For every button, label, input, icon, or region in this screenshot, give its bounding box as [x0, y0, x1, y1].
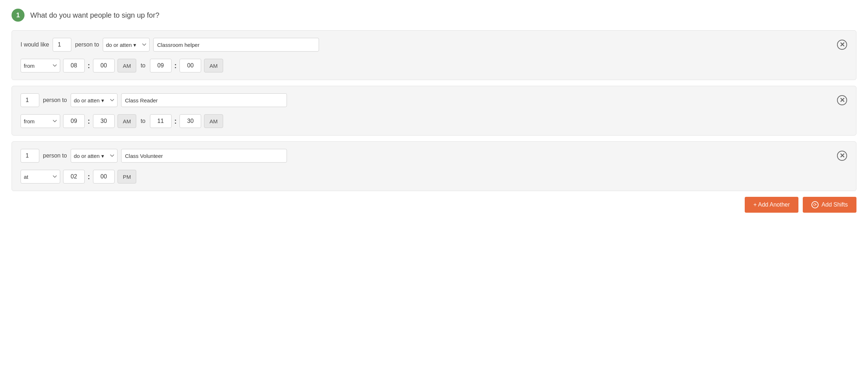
- card-1-from-min[interactable]: [93, 59, 115, 72]
- card-2-from-ampm[interactable]: AM: [118, 114, 137, 128]
- card-1-person-to: person to: [75, 41, 99, 48]
- card-1-top-row: I would like person to do or atten ▾ do …: [21, 38, 847, 52]
- card-2-count[interactable]: [21, 93, 39, 107]
- card-3-from-ampm[interactable]: PM: [118, 170, 137, 183]
- card-3-inner: person to do or atten ▾ do attend bring: [21, 149, 833, 163]
- card-2-top-row: person to do or atten ▾ do attend bring …: [21, 93, 847, 107]
- card-1-colon-1: :: [88, 62, 90, 70]
- card-2-from-hour[interactable]: [63, 114, 85, 128]
- card-1-action-select[interactable]: do or atten ▾ do attend bring: [103, 38, 150, 52]
- card-3-remove-button[interactable]: ✕: [837, 150, 847, 161]
- card-1-to-label: to: [141, 62, 145, 69]
- shifts-icon: ⟳: [811, 201, 819, 208]
- card-1-time-row: from at anytime : AM to : AM: [21, 59, 847, 72]
- card-1-remove-button[interactable]: ✕: [837, 39, 847, 50]
- card-3-action-select[interactable]: do or atten ▾ do attend bring: [71, 149, 118, 163]
- card-1-to-min[interactable]: [180, 59, 201, 72]
- footer-actions: + Add Another ⟳ Add Shifts: [12, 197, 856, 213]
- card-1-name-input[interactable]: [153, 38, 319, 52]
- card-3-from-hour[interactable]: [63, 170, 85, 183]
- card-2-to-hour[interactable]: [150, 114, 172, 128]
- page-header: 1 What do you want people to sign up for…: [12, 9, 856, 22]
- card-2-remove-icon: ✕: [837, 95, 847, 105]
- add-shifts-label: Add Shifts: [821, 202, 848, 208]
- card-2-inner: person to do or atten ▾ do attend bring: [21, 93, 833, 107]
- card-1-prefix: I would like: [21, 41, 49, 48]
- card-2-to-ampm[interactable]: AM: [204, 114, 223, 128]
- step-number: 1: [16, 12, 20, 19]
- card-2-to-label: to: [141, 118, 145, 124]
- signup-card-1: I would like person to do or atten ▾ do …: [12, 30, 856, 80]
- card-1-colon-2: :: [174, 62, 177, 70]
- signup-card-2: person to do or atten ▾ do attend bring …: [12, 86, 856, 136]
- card-2-colon-2: :: [174, 117, 177, 125]
- card-2-person-to: person to: [43, 97, 67, 103]
- card-2-from-min[interactable]: [93, 114, 115, 128]
- card-2-name-input[interactable]: [121, 93, 287, 107]
- signup-card-3: person to do or atten ▾ do attend bring …: [12, 141, 856, 191]
- card-1-inner: I would like person to do or atten ▾ do …: [21, 38, 833, 52]
- card-2-time-row: from at anytime : AM to : AM: [21, 114, 847, 128]
- add-shifts-button[interactable]: ⟳ Add Shifts: [803, 197, 856, 213]
- page-question: What do you want people to sign up for?: [30, 11, 159, 19]
- card-2-to-min[interactable]: [180, 114, 201, 128]
- card-3-name-input[interactable]: [121, 149, 287, 163]
- card-1-remove-icon: ✕: [837, 40, 847, 50]
- card-3-count[interactable]: [21, 149, 39, 163]
- add-another-button[interactable]: + Add Another: [745, 197, 798, 213]
- card-3-top-row: person to do or atten ▾ do attend bring …: [21, 149, 847, 163]
- card-1-time-mode-select[interactable]: from at anytime: [21, 59, 60, 72]
- card-2-time-mode-select[interactable]: from at anytime: [21, 114, 60, 128]
- card-1-from-ampm[interactable]: AM: [118, 59, 137, 72]
- card-1-to-hour[interactable]: [150, 59, 172, 72]
- step-badge: 1: [12, 9, 25, 22]
- card-2-action-select[interactable]: do or atten ▾ do attend bring: [71, 93, 118, 107]
- card-2-colon-1: :: [88, 117, 90, 125]
- card-1-to-ampm[interactable]: AM: [204, 59, 223, 72]
- card-3-person-to: person to: [43, 152, 67, 159]
- card-3-time-row: from at anytime : PM: [21, 170, 847, 183]
- card-3-time-mode-select[interactable]: from at anytime: [21, 170, 60, 183]
- card-1-from-hour[interactable]: [63, 59, 85, 72]
- add-another-label: + Add Another: [753, 202, 790, 208]
- card-3-remove-icon: ✕: [837, 151, 847, 161]
- card-2-remove-button[interactable]: ✕: [837, 95, 847, 106]
- card-3-from-min[interactable]: [93, 170, 115, 183]
- card-3-colon-1: :: [88, 173, 90, 181]
- card-1-count[interactable]: [53, 38, 71, 52]
